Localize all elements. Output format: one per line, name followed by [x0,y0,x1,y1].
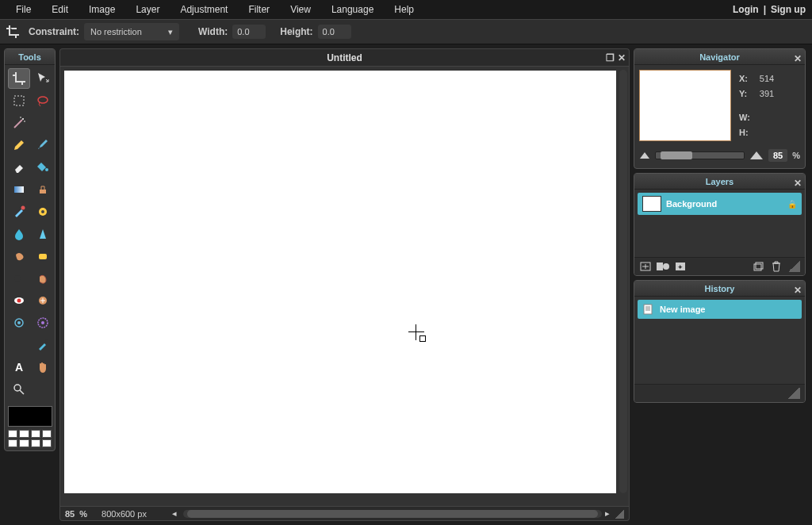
zoom-slider[interactable] [655,151,745,159]
sponge-tool[interactable] [32,246,54,266]
smudge-tool[interactable] [8,246,30,266]
layers-footer: ✦ [634,257,805,275]
zoom-out-icon[interactable] [639,151,650,159]
dodge-tool[interactable] [8,268,30,289]
burn-tool[interactable] [32,268,54,289]
swatch[interactable] [42,439,52,447]
menu-edit[interactable]: Edit [42,1,78,18]
color-swatches [5,403,55,450]
login-link[interactable]: Login [733,4,759,15]
spacer-1 [32,113,54,133]
pencil-tool[interactable] [8,135,30,155]
swatch[interactable] [31,430,40,438]
swatch[interactable] [19,430,29,438]
sharpen-tool[interactable] [32,224,54,244]
eyedropper-tool[interactable] [32,335,54,355]
foreground-color[interactable] [8,406,52,427]
swatch[interactable] [19,439,29,447]
pinch-tool[interactable] [32,312,54,333]
horizontal-scrollbar[interactable] [183,510,602,518]
marquee-tool[interactable] [8,90,30,111]
scroll-left-icon[interactable]: ◂ [172,508,177,519]
redeye-tool[interactable] [8,290,30,311]
nav-zoom-unit: % [792,151,800,160]
swatch[interactable] [31,439,40,447]
svg-point-10 [41,210,44,213]
zoom-value: 85 [65,509,75,519]
close-icon[interactable]: ✕ [794,51,802,67]
menu-filter[interactable]: Filter [239,1,279,18]
navigator-preview[interactable] [639,70,731,141]
menu-file[interactable]: File [6,1,40,18]
history-row[interactable]: New image [638,300,802,319]
signup-link[interactable]: Sign up [771,4,806,15]
options-bar: Constraint: No restriction ▾ Width: Heig… [0,19,812,44]
bucket-tool[interactable] [32,157,54,178]
menu-image[interactable]: Image [79,1,124,18]
svg-point-17 [17,321,21,324]
duplicate-layer-icon[interactable] [753,261,765,272]
blur-tool[interactable] [8,224,30,244]
eraser-tool[interactable] [8,157,30,178]
constraint-label: Constraint: [29,26,79,37]
spot-heal-tool[interactable] [32,290,54,311]
replace-color-tool[interactable] [8,201,30,222]
layer-row[interactable]: Background 🔒 [638,193,802,215]
layer-styles-icon[interactable]: ✦ [674,261,687,272]
zoom-in-icon[interactable] [749,151,764,160]
brush-tool[interactable] [32,135,54,155]
constraint-select[interactable]: No restriction ▾ [84,23,179,40]
zoom-tool[interactable] [8,379,30,400]
swatch[interactable] [42,430,52,438]
spacer-2 [8,335,30,355]
mask-icon[interactable] [657,261,669,272]
lock-icon[interactable]: 🔒 [787,200,797,209]
svg-point-2 [22,118,24,120]
navigator-body: X:514 Y:391 W: H: [634,65,805,146]
menu-language[interactable]: Language [322,1,383,18]
close-icon[interactable]: ✕ [794,175,802,191]
clone-tool[interactable] [32,179,54,200]
lasso-tool[interactable] [32,90,54,111]
type-tool[interactable]: A [8,357,30,377]
hand-tool[interactable] [32,357,54,377]
canvas[interactable] [64,71,616,493]
new-layer-icon[interactable] [639,261,652,272]
resize-grip[interactable] [787,261,800,272]
swatch[interactable] [8,439,17,447]
swatch[interactable] [8,430,17,438]
h-value [760,126,774,140]
resize-grip[interactable] [787,388,800,399]
menu-left: File Edit Image Layer Adjustment Filter … [6,1,423,18]
history-footer [634,384,805,402]
canvas-viewport[interactable] [59,66,630,507]
wand-tool[interactable] [8,113,30,133]
menu-adjustment[interactable]: Adjustment [170,1,237,18]
height-input[interactable] [318,25,351,39]
menu-help[interactable]: Help [385,1,423,18]
canvas-dimensions: 800x600 px [102,509,147,519]
svg-point-5 [45,168,48,171]
swatch-row-1 [8,430,52,438]
resize-grip[interactable] [615,509,624,519]
swatch-row-2 [8,439,52,447]
gradient-tool[interactable] [8,179,30,200]
account-links: Login | Sign up [733,4,806,15]
menu-view[interactable]: View [281,1,320,18]
menu-layer[interactable]: Layer [126,1,169,18]
crop-icon[interactable] [5,24,21,40]
trash-icon[interactable] [770,261,783,272]
vertical-scrollbar[interactable] [619,70,627,493]
width-input[interactable] [232,25,266,39]
restore-icon[interactable]: ❐ [606,52,615,63]
bloat-tool[interactable] [8,312,30,333]
crop-tool[interactable] [8,68,30,89]
navigator-title: Navigator [699,52,740,62]
drawing-tool[interactable] [32,201,54,222]
x-label: X: [739,71,758,86]
close-icon[interactable]: ✕ [618,52,626,63]
move-tool[interactable] [32,68,54,89]
svg-point-4 [24,121,25,122]
scroll-right-icon[interactable]: ▸ [605,508,610,519]
close-icon[interactable]: ✕ [794,282,802,298]
